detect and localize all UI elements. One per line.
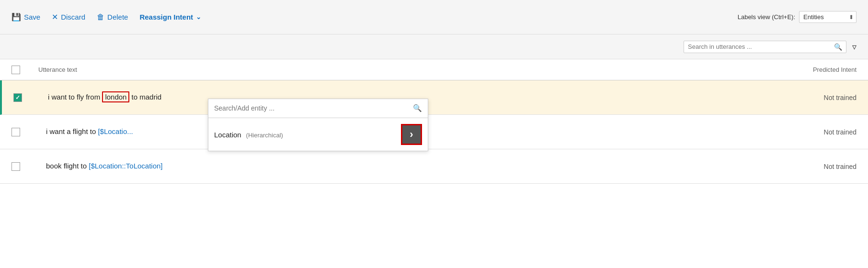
row3-predicted: Not trained bbox=[722, 163, 857, 170]
discard-button[interactable]: ✕ Discard bbox=[52, 12, 85, 22]
toolbar-right: Labels view (Ctrl+E): Entities Tokens No… bbox=[738, 11, 857, 23]
filter-icon[interactable]: ▿ bbox=[852, 42, 857, 52]
labels-view-label: Labels view (Ctrl+E): bbox=[738, 13, 795, 21]
row1-entity-london[interactable]: london bbox=[102, 91, 129, 102]
labels-view-container: Labels view (Ctrl+E): Entities Tokens No… bbox=[738, 11, 857, 23]
checkmark-icon: ✓ bbox=[15, 94, 20, 101]
utterance-text-header: Utterance text bbox=[38, 66, 722, 73]
row2-utterance-pre: i want a flight to bbox=[46, 127, 98, 135]
discard-label: Discard bbox=[61, 13, 85, 21]
toolbar-left: 💾 Save ✕ Discard 🗑 Delete Reassign Inten… bbox=[11, 12, 201, 22]
entity-search-input[interactable] bbox=[214, 104, 409, 112]
entity-dropdown: 🔍 Location (Hierarchical) › bbox=[208, 99, 428, 151]
entity-type: (Hierarchical) bbox=[246, 132, 283, 139]
row2-checkbox[interactable] bbox=[11, 128, 20, 136]
row1-checkbox[interactable]: ✓ bbox=[13, 93, 22, 102]
arrow-right-icon: › bbox=[410, 128, 413, 141]
table-row: book flight to [$Location::ToLocation] N… bbox=[0, 149, 868, 184]
search-box: 🔍 bbox=[684, 41, 846, 53]
search-row: 🔍 ▿ bbox=[0, 34, 868, 59]
entity-arrow-button[interactable]: › bbox=[401, 124, 422, 145]
row3-utterance-pre: book flight to bbox=[46, 162, 89, 170]
entity-search-row: 🔍 bbox=[208, 99, 428, 118]
table-row: ✓ i want to fly from london to madrid No… bbox=[0, 80, 868, 115]
delete-icon: 🗑 bbox=[97, 13, 104, 22]
entity-result-row[interactable]: Location (Hierarchical) › bbox=[208, 118, 428, 151]
row3-checkbox-col bbox=[11, 162, 38, 171]
row1-checkbox-col: ✓ bbox=[13, 93, 40, 102]
search-input[interactable] bbox=[688, 43, 831, 50]
search-icon: 🔍 bbox=[834, 43, 842, 51]
row1-utterance-pre: i want to fly from bbox=[48, 93, 102, 101]
row2-entity: [$Locatio... bbox=[98, 127, 133, 135]
labels-select-wrapper[interactable]: Entities Tokens None bbox=[799, 11, 857, 23]
entity-name: Location bbox=[214, 131, 241, 139]
row1-utterance-post: to madrid bbox=[129, 93, 161, 101]
discard-icon: ✕ bbox=[52, 12, 58, 22]
table-row: i want a flight to [$Locatio... Not trai… bbox=[0, 115, 868, 149]
entity-search-icon: 🔍 bbox=[413, 104, 422, 112]
row3-entity: [$Location::ToLocation] bbox=[89, 162, 162, 170]
toolbar: 💾 Save ✕ Discard 🗑 Delete Reassign Inten… bbox=[0, 0, 868, 34]
table-header: Utterance text Predicted Intent bbox=[0, 59, 868, 80]
save-label: Save bbox=[24, 13, 40, 21]
delete-label: Delete bbox=[107, 13, 128, 21]
reassign-intent-button[interactable]: Reassign Intent ⌄ bbox=[139, 13, 201, 21]
save-icon: 💾 bbox=[11, 12, 21, 22]
table-body: ✓ i want to fly from london to madrid No… bbox=[0, 80, 868, 184]
entity-result-info: Location (Hierarchical) bbox=[214, 131, 283, 139]
labels-select[interactable]: Entities Tokens None bbox=[799, 11, 857, 23]
predicted-intent-header: Predicted Intent bbox=[722, 66, 857, 73]
row1-predicted: Not trained bbox=[722, 94, 857, 101]
header-checkbox-col bbox=[11, 66, 38, 74]
chevron-down-icon: ⌄ bbox=[196, 13, 201, 21]
select-all-checkbox[interactable] bbox=[11, 66, 20, 74]
row3-checkbox[interactable] bbox=[11, 162, 20, 171]
row2-checkbox-col bbox=[11, 128, 38, 136]
row3-utterance: book flight to [$Location::ToLocation] bbox=[38, 161, 722, 172]
delete-button[interactable]: 🗑 Delete bbox=[97, 13, 128, 22]
row2-predicted: Not trained bbox=[722, 128, 857, 136]
save-button[interactable]: 💾 Save bbox=[11, 12, 40, 22]
reassign-intent-label: Reassign Intent bbox=[139, 13, 193, 21]
